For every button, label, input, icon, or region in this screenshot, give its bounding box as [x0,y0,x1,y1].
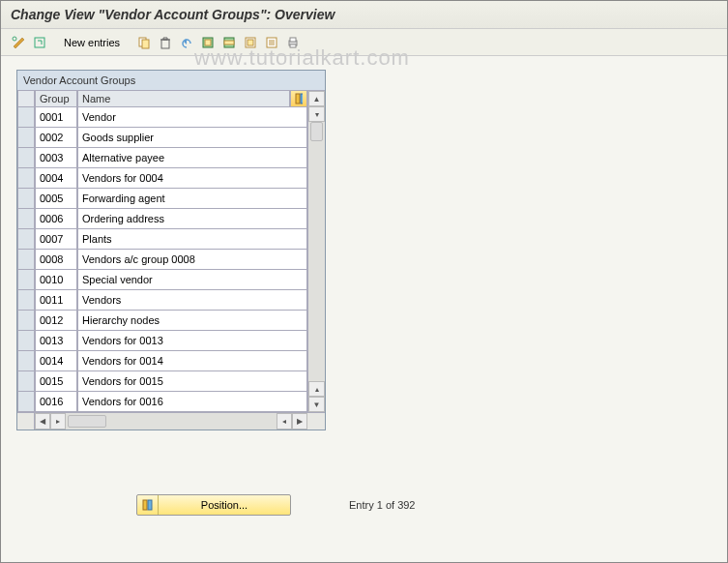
cell-group[interactable]: 0013 [35,331,77,351]
cell-name[interactable]: Hierarchy nodes [77,311,307,331]
cell-name[interactable]: Vendors for 0016 [77,392,307,412]
cell-name[interactable]: Vendors for 0015 [77,371,307,392]
new-entries-button[interactable]: New entries [55,34,129,51]
row-selector[interactable] [17,311,35,331]
svg-rect-6 [205,40,211,45]
undo-button[interactable] [177,33,196,52]
print-button[interactable] [283,33,303,52]
row-selector[interactable] [17,229,35,250]
delete-button[interactable] [156,33,175,52]
svg-rect-4 [161,40,169,48]
row-selector[interactable] [17,392,35,412]
footer-row: Position... Entry 1 of 392 [1,494,727,516]
config-button[interactable] [262,33,281,52]
cell-group[interactable]: 0015 [35,371,77,392]
cell-name[interactable]: Vendor [77,107,307,128]
table-row: 0004Vendors for 0004 [17,168,307,189]
cell-name[interactable]: Goods supplier [77,128,307,148]
hscroll-thumb[interactable] [68,415,106,428]
scroll-up-step-button[interactable]: ▾ [308,106,325,122]
horizontal-scrollbar[interactable]: ◀ ▸ ◂ ▶ [17,412,325,430]
table-body: 0001Vendor0002Goods supplier0003Alternat… [17,107,307,412]
hscroll-left-step-button[interactable]: ▸ [50,413,66,430]
cell-group[interactable]: 0010 [35,270,77,290]
position-button[interactable]: Position... [136,494,291,516]
svg-rect-1 [35,38,44,47]
cell-group[interactable]: 0011 [35,290,77,311]
row-selector[interactable] [17,250,35,270]
table-row: 0012Hierarchy nodes [17,311,307,331]
copy-button[interactable] [134,33,154,52]
vertical-scrollbar[interactable]: ▲ ▾ ▴ ▼ [307,91,325,412]
cell-name[interactable]: Special vendor [77,270,307,290]
scroll-up-button[interactable]: ▲ [308,91,325,106]
svg-rect-14 [290,44,296,47]
vendor-groups-table: Vendor Account Groups Group Name 0001Ven… [16,70,326,430]
row-selector[interactable] [17,168,35,189]
row-selector[interactable] [17,209,35,229]
row-selector[interactable] [17,351,35,371]
hscroll-right-step-button[interactable]: ◂ [277,413,292,430]
select-all-icon [201,36,215,49]
cell-group[interactable]: 0004 [35,168,77,189]
cell-group[interactable]: 0012 [35,311,77,331]
row-selector[interactable] [17,189,35,209]
cell-name[interactable]: Vendors a/c group 0008 [77,250,307,270]
scroll-thumb[interactable] [310,122,323,141]
cell-name[interactable]: Forwarding agent [77,189,307,209]
expand-button[interactable] [30,33,49,52]
table-row: 0016Vendors for 0016 [17,392,307,412]
hscroll-corner [307,413,325,430]
svg-rect-16 [301,94,303,104]
expand-icon [33,36,46,49]
row-selector[interactable] [17,148,35,168]
table-row: 0001Vendor [17,107,307,128]
position-icon [137,495,159,515]
cell-group[interactable]: 0002 [35,128,77,148]
cell-name[interactable]: Vendors [77,290,307,311]
cell-group[interactable]: 0014 [35,351,77,371]
deselect-all-button[interactable] [241,33,260,52]
row-selector[interactable] [17,290,35,311]
config-icon [265,36,278,49]
row-selector[interactable] [17,371,35,392]
cell-name[interactable]: Vendors for 0004 [77,168,307,189]
cell-name[interactable]: Vendors for 0013 [77,331,307,351]
row-selector[interactable] [17,331,35,351]
scroll-down-step-button[interactable]: ▴ [308,381,325,397]
table-row: 0011Vendors [17,290,307,311]
scroll-track[interactable] [308,122,325,381]
cell-group[interactable]: 0003 [35,148,77,168]
hscroll-track[interactable] [66,413,277,430]
column-header-name[interactable]: Name [77,91,290,107]
cell-name[interactable]: Ordering address [77,209,307,229]
cell-group[interactable]: 0005 [35,189,77,209]
cell-name[interactable]: Alternative payee [77,148,307,168]
select-all-button[interactable] [198,33,218,52]
pencil-glasses-icon [12,36,25,49]
hscroll-left-button[interactable]: ◀ [35,413,50,430]
svg-rect-15 [296,94,300,104]
cell-group[interactable]: 0006 [35,209,77,229]
row-selector[interactable] [17,128,35,148]
cell-group[interactable]: 0008 [35,250,77,270]
row-selector[interactable] [17,107,35,128]
hscroll-right-button[interactable]: ▶ [292,413,307,430]
select-block-button[interactable] [219,33,239,52]
table-settings-button[interactable] [290,91,307,107]
cell-group[interactable]: 0016 [35,392,77,412]
column-header-selector[interactable] [17,91,35,107]
toggle-display-change-button[interactable] [9,33,28,52]
window-title: Change View "Vendor Account Groups": Ove… [1,1,727,29]
cell-group[interactable]: 0001 [35,107,77,128]
table-row: 0014Vendors for 0014 [17,351,307,371]
cell-group[interactable]: 0007 [35,229,77,250]
column-header-group[interactable]: Group [35,91,77,107]
deselect-all-icon [244,36,257,49]
cell-name[interactable]: Plants [77,229,307,250]
svg-point-0 [13,37,16,41]
row-selector[interactable] [17,270,35,290]
print-icon [286,36,300,49]
cell-name[interactable]: Vendors for 0014 [77,351,307,371]
scroll-down-button[interactable]: ▼ [308,397,325,412]
